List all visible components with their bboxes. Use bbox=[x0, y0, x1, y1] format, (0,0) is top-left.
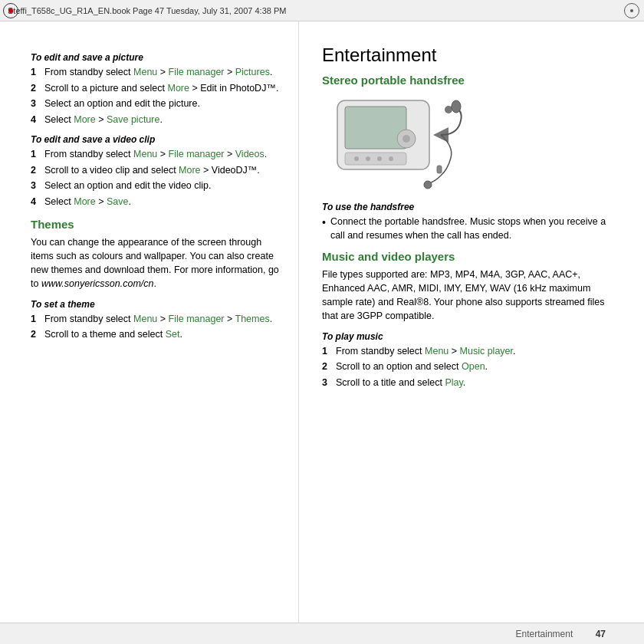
left-column: To edit and save a picture 1 From standb… bbox=[0, 21, 299, 623]
edit-picture-section: To edit and save a picture 1 From standb… bbox=[31, 52, 283, 127]
list-item: 3 Select an option and edit the video cl… bbox=[31, 179, 283, 193]
themes-section: Themes You can change the appearance of … bbox=[31, 218, 283, 342]
list-item: 4 Select More > Save. bbox=[31, 196, 283, 209]
list-item: 1 From standby select Menu > Music playe… bbox=[322, 345, 621, 359]
list-item: 2 Scroll to an option and select Open. bbox=[322, 360, 621, 374]
svg-rect-1 bbox=[345, 107, 406, 149]
edit-video-section: To edit and save a video clip 1 From sta… bbox=[31, 134, 283, 209]
svg-point-5 bbox=[377, 156, 382, 161]
play-music-steps: 1 From standby select Menu > Music playe… bbox=[322, 345, 621, 390]
footer-bar: Entertainment 47 bbox=[0, 623, 644, 644]
list-item: 1 From standby select Menu > File manage… bbox=[31, 148, 283, 162]
svg-point-4 bbox=[366, 156, 370, 161]
list-item: 1 From standby select Menu > File manage… bbox=[31, 313, 283, 327]
list-item: 2 Scroll to a video clip and select More… bbox=[31, 164, 283, 178]
edit-video-steps: 1 From standby select Menu > File manage… bbox=[31, 148, 283, 209]
music-video-body: File types supported are: MP3, MP4, M4A,… bbox=[322, 268, 621, 324]
page-content: To edit and save a picture 1 From standb… bbox=[0, 21, 644, 623]
phone-image-area bbox=[322, 93, 475, 192]
page-title: Entertainment bbox=[322, 44, 621, 66]
stereo-heading: Stereo portable handsfree bbox=[322, 74, 621, 87]
header-text: Steffi_T658c_UG_R1A_EN.book Page 47 Tues… bbox=[8, 6, 286, 15]
handsfree-bullets: Connect the portable handsfree. Music st… bbox=[322, 215, 621, 242]
svg-point-6 bbox=[389, 156, 393, 161]
edit-video-heading: To edit and save a video clip bbox=[31, 134, 283, 145]
corner-tl bbox=[3, 3, 20, 20]
themes-heading: Themes bbox=[31, 218, 283, 231]
list-item: Connect the portable handsfree. Music st… bbox=[322, 215, 621, 242]
themes-body: You can change the appearance of the scr… bbox=[31, 235, 283, 291]
list-item: 2 Scroll to a picture and select More > … bbox=[31, 82, 283, 96]
svg-rect-13 bbox=[437, 166, 442, 173]
edit-picture-steps: 1 From standby select Menu > File manage… bbox=[31, 66, 283, 127]
svg-point-10 bbox=[445, 106, 452, 113]
footer-section: Entertainment bbox=[516, 629, 573, 639]
set-theme-heading: To set a theme bbox=[31, 299, 283, 310]
right-column: Entertainment Stereo portable handsfree bbox=[299, 21, 644, 623]
corner-tr bbox=[624, 3, 641, 20]
list-item: 3 Select an option and edit the picture. bbox=[31, 97, 283, 111]
list-item: 3 Scroll to a title and select Play. bbox=[322, 376, 621, 390]
phone-illustration bbox=[322, 93, 475, 192]
music-video-section: Music and video players File types suppo… bbox=[322, 250, 621, 389]
svg-point-8 bbox=[402, 135, 410, 143]
use-handsfree-heading: To use the handsfree bbox=[322, 202, 621, 212]
play-music-heading: To play music bbox=[322, 331, 621, 342]
header-bar: Steffi_T658c_UG_R1A_EN.book Page 47 Tues… bbox=[0, 0, 644, 21]
list-item: 2 Scroll to a theme and select Set. bbox=[31, 328, 283, 342]
music-video-heading: Music and video players bbox=[322, 250, 621, 263]
footer-page-number: 47 bbox=[596, 629, 606, 639]
list-item: 4 Select More > Save picture. bbox=[31, 113, 283, 127]
svg-point-11 bbox=[452, 100, 461, 113]
stereo-section: Stereo portable handsfree bbox=[322, 74, 621, 242]
list-item: 1 From standby select Menu > File manage… bbox=[31, 66, 283, 80]
svg-point-3 bbox=[354, 156, 359, 161]
svg-point-12 bbox=[424, 181, 432, 189]
edit-picture-heading: To edit and save a picture bbox=[31, 52, 283, 63]
set-theme-steps: 1 From standby select Menu > File manage… bbox=[31, 313, 283, 342]
